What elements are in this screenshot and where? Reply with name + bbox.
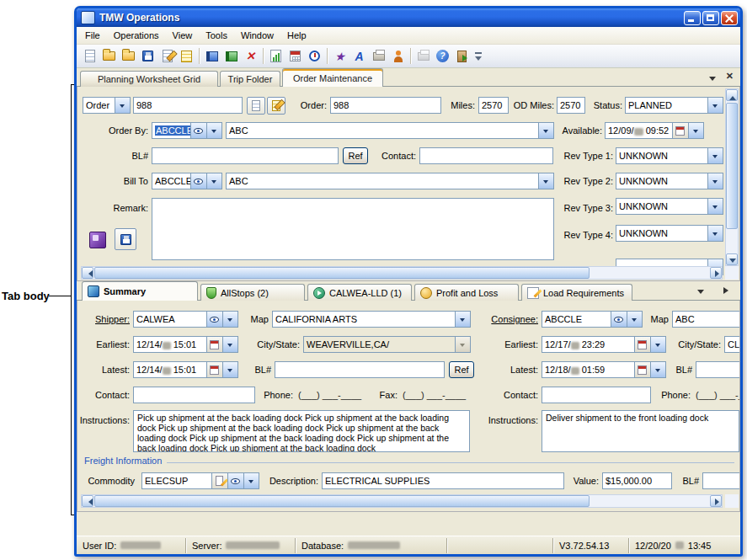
combo-arrow-icon[interactable] <box>243 473 259 488</box>
consignee-city-state-field[interactable]: CLEVE <box>724 336 740 353</box>
eye-icon[interactable] <box>206 312 222 327</box>
toolbar-folder-button[interactable] <box>119 47 138 66</box>
combo-arrow-icon[interactable] <box>538 123 553 138</box>
consignee-instructions-textarea[interactable]: Deliver shipment to the front loading do… <box>542 410 739 452</box>
shipper-label[interactable]: Shipper: <box>83 311 130 328</box>
shipper-bl-input[interactable] <box>275 361 445 378</box>
tab-calwea-lld[interactable]: CALWEA-LLD (1) <box>307 284 412 301</box>
combo-arrow-icon[interactable] <box>206 123 221 138</box>
combo-arrow-icon[interactable] <box>650 337 665 352</box>
shipper-code-combo[interactable]: CALWEA <box>133 311 238 328</box>
scroll-left-button[interactable] <box>82 267 93 279</box>
toolbar-import-button[interactable] <box>202 47 221 66</box>
toolbar-overflow-chevron-icon[interactable] <box>473 50 483 63</box>
vertical-scroll-thumb[interactable] <box>726 103 738 229</box>
toolbar-help-button[interactable]: ? <box>433 47 452 66</box>
combo-arrow-icon[interactable] <box>222 362 237 377</box>
combo-arrow-icon[interactable] <box>707 226 723 241</box>
combo-arrow-icon[interactable] <box>707 173 723 189</box>
menu-view[interactable]: View <box>166 28 200 43</box>
eye-icon[interactable] <box>190 123 206 138</box>
consignee-earliest-datetime-field[interactable]: 12/17/ 23:29 <box>542 336 666 353</box>
eye-icon[interactable] <box>227 473 243 488</box>
horizontal-scroll-thumb[interactable] <box>94 495 590 507</box>
scroll-up-button[interactable] <box>726 89 738 101</box>
consignee-phone-input[interactable]: (___) ___-____ <box>696 387 739 403</box>
commodity-combo[interactable]: ELECSUP <box>141 472 259 489</box>
menu-file[interactable]: File <box>78 28 107 43</box>
scroll-left-button[interactable] <box>82 495 93 507</box>
close-tab-icon[interactable]: ✕ <box>726 71 734 82</box>
contact-input[interactable] <box>419 147 553 164</box>
tab-planning-worksheet-grid[interactable]: Planning Worksheet Grid <box>80 71 218 87</box>
tab-allstops[interactable]: AllStops (2) <box>200 284 305 301</box>
toolbar-print-button[interactable] <box>369 47 388 66</box>
available-datetime-field[interactable]: 12/09/ 09:52 <box>605 122 704 139</box>
tab-scroll-right-icon[interactable] <box>722 287 730 296</box>
combo-arrow-icon[interactable] <box>206 173 221 189</box>
tab-order-maintenance[interactable]: Order Maintenance <box>282 68 383 87</box>
toolbar-delete-button[interactable]: ✕ <box>241 47 260 66</box>
toolbar-open-button[interactable] <box>99 47 119 66</box>
tab-trip-folder[interactable]: Trip Folder <box>220 71 280 87</box>
menu-operations[interactable]: Operations <box>107 28 166 43</box>
menu-window[interactable]: Window <box>234 28 280 43</box>
combo-arrow-icon[interactable] <box>455 312 470 327</box>
toolbar-notes-button[interactable] <box>177 47 196 66</box>
horizontal-scrollbar[interactable] <box>81 266 723 280</box>
minimize-button[interactable] <box>684 11 701 25</box>
date-picker-icon[interactable] <box>634 362 650 377</box>
shipper-earliest-datetime-field[interactable]: 12/14/ 15:01 <box>133 336 238 353</box>
combo-arrow-icon[interactable] <box>650 362 665 377</box>
bill-to-code-combo[interactable]: ABCCLE <box>152 173 222 189</box>
freight-bl-input[interactable] <box>702 472 740 489</box>
consignee-bl-input[interactable] <box>696 361 740 378</box>
save-note-button[interactable] <box>115 228 136 250</box>
date-picker-icon[interactable] <box>206 362 222 377</box>
scroll-right-button[interactable] <box>710 267 722 279</box>
title-bar[interactable]: TMW Operations <box>77 8 740 27</box>
combo-arrow-icon[interactable] <box>688 123 703 138</box>
tab-summary[interactable]: Summary <box>82 281 198 301</box>
shipper-contact-input[interactable] <box>133 387 255 403</box>
toolbar-report-button[interactable] <box>266 47 285 66</box>
tab-list-dropdown-icon[interactable] <box>708 74 718 84</box>
shipper-latest-datetime-field[interactable]: 12/14/ 15:01 <box>133 361 238 378</box>
maximize-button[interactable] <box>702 11 719 25</box>
ref-button[interactable]: Ref <box>449 361 474 378</box>
rev-type2-select[interactable]: UNKNOWN <box>616 173 723 189</box>
combo-arrow-icon[interactable] <box>115 98 130 113</box>
horizontal-scrollbar[interactable] <box>81 494 723 508</box>
scroll-down-button[interactable] <box>726 253 738 265</box>
combo-arrow-icon[interactable] <box>627 312 642 327</box>
tab-list-dropdown-icon[interactable] <box>696 287 707 297</box>
bill-to-name-combo[interactable]: ABC <box>226 173 554 189</box>
eye-icon[interactable] <box>611 312 627 327</box>
combo-arrow-icon[interactable] <box>222 337 237 352</box>
shipper-fax-input[interactable]: (___) ___-____ <box>403 387 472 403</box>
toolbar-font-button[interactable]: A <box>349 47 369 66</box>
bl-number-input[interactable] <box>152 147 339 164</box>
toolbar-new-button[interactable] <box>80 47 99 66</box>
remark-textarea[interactable] <box>152 198 554 260</box>
vertical-scrollbar[interactable] <box>725 88 739 266</box>
shipper-name-combo[interactable]: CALIFORNIA ARTS <box>272 311 471 328</box>
menu-tools[interactable]: Tools <box>199 28 234 43</box>
consignee-code-combo[interactable]: ABCCLE <box>542 311 643 328</box>
rev-type3-select[interactable]: UNKNOWN <box>616 198 723 215</box>
toolbar-add-button[interactable] <box>221 47 241 66</box>
combo-arrow-icon[interactable] <box>707 98 723 113</box>
consignee-contact-input[interactable] <box>542 387 651 403</box>
combo-arrow-icon[interactable] <box>707 148 723 163</box>
toolbar-clock-button[interactable] <box>305 47 324 66</box>
map-label[interactable]: Map <box>247 311 269 328</box>
consignee-label[interactable]: Consignee: <box>491 311 538 328</box>
tab-profit-and-loss[interactable]: Profit and Loss <box>414 284 519 301</box>
rev-type1-select[interactable]: UNKNOWN <box>616 147 723 164</box>
tab-load-requirements[interactable]: Load Requirements <box>521 284 632 301</box>
order-number-input[interactable]: 988 <box>133 97 243 114</box>
consignee-name-field[interactable]: ABC <box>672 311 740 328</box>
eye-icon[interactable] <box>190 173 206 189</box>
toolbar-edit-button[interactable] <box>157 47 177 66</box>
menu-help[interactable]: Help <box>280 28 313 43</box>
